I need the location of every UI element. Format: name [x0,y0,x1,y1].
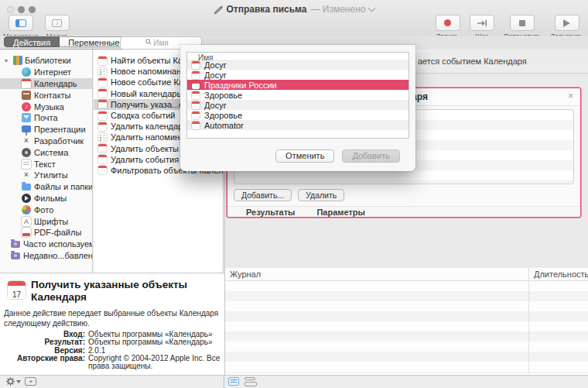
sidebar-item-pdf[interactable]: PDF-файлы [0,227,92,239]
sidebar-item-frequently-used[interactable]: Часто используемые [0,239,92,250]
sidebar-item-label: Интернет [34,67,71,77]
library-segmented-control: Действия Переменные [4,36,128,47]
log-steps-view-button[interactable] [244,377,255,380]
sidebar-item-libraries[interactable]: ▾ Библиотеки [0,55,92,67]
sidebar-item-label: Часто используемые [23,239,92,249]
table-row[interactable]: Здоровье [187,110,409,120]
table-row[interactable]: Automator [187,120,409,130]
action-item-label: Новый календарь [111,89,181,98]
log-body[interactable] [225,281,588,373]
results-toggle[interactable]: Результаты [246,208,295,217]
tab-variables[interactable]: Переменные [60,36,128,47]
sidebar-item-contacts[interactable]: Контакты [0,89,92,101]
sidebar-item-music[interactable]: ♪ Музыка [0,101,92,112]
globe-icon [22,67,31,77]
mail-icon [22,113,31,122]
log-header-label: Журнал [230,270,261,279]
table-row[interactable]: Досуг [187,60,409,70]
add-button[interactable]: Добавить [342,149,400,163]
title-toolbar: Отправка письма — Изменено Медиатека ♪ М… [0,0,588,36]
sidebar-item-presentations[interactable]: Презентации [0,124,92,136]
library-sidebar: ▾ Библиотеки Интернет Календарь Контакты… [0,50,93,273]
sidebar-item-label: Система [34,148,68,157]
action-menu-button[interactable] [6,377,21,386]
sidebar-item-mail[interactable]: Почта [0,112,92,124]
sidebar-item-utilities[interactable]: × Утилиты [0,170,92,181]
calendar-icon [192,112,200,119]
presentation-icon [22,125,31,132]
calendar-table: Имя Досуг Досуг Праздники России Здоровь… [186,52,409,139]
block-remove-button[interactable]: Удалить [298,189,344,201]
calendar-icon [98,122,107,131]
record-button[interactable] [436,15,460,31]
log-column-divider[interactable] [528,268,529,373]
table-row[interactable]: Досуг [187,100,409,110]
table-row[interactable]: Досуг [187,70,409,80]
window-modified-state: — Изменено [310,4,365,15]
sidebar-item-calendar[interactable]: Календарь [0,78,92,90]
log-header: Журнал Длительность [225,268,588,281]
sidebar-item-recently-added[interactable]: Недавно...бавленные [0,250,92,262]
sidebar-item-developer[interactable]: × Разработчик [0,136,92,147]
description-fields: Вход: Объекты программы «Календарь» Резу… [0,331,223,370]
sidebar-panel-icon [15,19,26,27]
duration-header-label: Длительность [534,270,588,279]
gear-icon [22,148,31,157]
sidebar-item-system[interactable]: Система [0,146,92,158]
media-button[interactable]: ♪ [45,15,70,31]
sidebar-item-label: Контакты [34,91,71,100]
window-title: Отправка письма [227,4,307,15]
sidebar-item-label: Разработчик [34,136,84,146]
automator-window: Отправка письма — Изменено Медиатека ♪ М… [0,0,588,388]
row-label: Праздники России [204,81,277,90]
action-item-label: Удалить календари [111,122,188,131]
contacts-icon [22,91,31,100]
media-library-button[interactable] [9,15,33,31]
close-icon[interactable]: × [568,91,573,101]
calendar-icon [98,144,107,153]
title-chevron-icon[interactable] [368,5,376,12]
sidebar-item-label: Фильмы [34,194,67,203]
table-row[interactable]: Здоровье [187,90,409,100]
stop-icon [519,20,525,26]
action-block-footer: Результаты Параметры [227,206,580,217]
calendar-icon [98,112,107,120]
sidebar-item-files-folders[interactable]: Файлы и папки [0,181,92,193]
log-panel: Журнал Длительность [224,268,588,376]
log-list-view-button[interactable] [228,377,239,386]
calendar-icon [192,122,200,129]
sidebar-item-internet[interactable]: Интернет [0,67,92,78]
sidebar-item-label: Календарь [34,79,77,88]
window-title-area: Отправка письма — Изменено [0,4,588,15]
toggle-description-panel-button[interactable] [25,377,36,386]
row-label: Здоровье [204,111,242,120]
music-note-icon: ♪ [52,19,62,27]
bottom-bar [0,375,588,388]
sidebar-item-fonts[interactable]: A Шрифты [0,215,92,227]
run-button[interactable] [555,15,579,31]
sidebar-item-text[interactable]: Текст [0,158,92,170]
tab-actions[interactable]: Действия [4,36,60,47]
sidebar-item-label: Библиотеки [25,56,71,65]
utilities-icon: × [22,170,31,180]
row-label: Automator [204,121,244,130]
field-value: Объекты программы «Календарь» [88,338,224,346]
pdf-icon [22,228,31,237]
library-icon [13,56,22,65]
disclosure-triangle-icon[interactable]: ▾ [5,57,11,64]
description-title: Получить указанные объекты Календаря [31,279,217,304]
sidebar-item-label: Утилиты [34,170,68,180]
calendar-icon [192,101,200,109]
fonts-icon: A [22,217,31,226]
sidebar-item-movies[interactable]: Фильмы [0,193,92,204]
sidebar-item-photo[interactable]: Фото [0,204,92,215]
stop-button[interactable] [510,15,535,31]
parameters-toggle[interactable]: Параметры [316,208,364,217]
step-button[interactable] [470,15,494,31]
table-row-selected[interactable]: Праздники России [187,80,409,90]
movies-icon [22,194,31,203]
sidebar-item-label: Почта [34,113,58,122]
cancel-button[interactable]: Отменить [275,149,334,163]
calendar-icon [192,61,200,69]
block-add-button[interactable]: Добавить... [234,189,292,201]
